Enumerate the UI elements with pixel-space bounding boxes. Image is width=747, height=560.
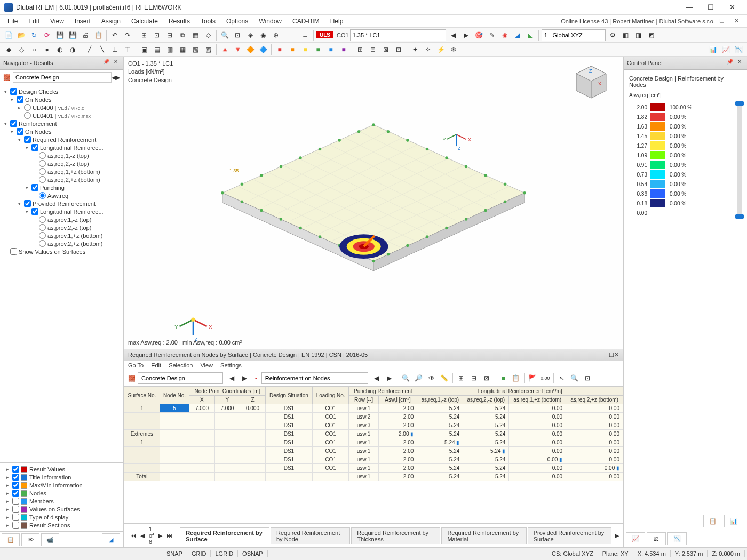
table-menu-selection[interactable]: Selection [169,362,193,369]
status-lgrid[interactable]: LGRID [211,550,238,557]
open-file-icon[interactable]: 📂 [15,29,27,41]
tool-icon[interactable]: ❄ [448,44,459,55]
tool-icon[interactable]: ● [41,44,53,55]
tool-icon[interactable]: 🔻 [232,44,243,55]
tool-icon[interactable]: ◇ [15,44,27,55]
table-menu-go-to[interactable]: Go To [128,362,144,369]
close-button[interactable]: ✕ [721,0,743,15]
status-snap[interactable]: SNAP [162,550,187,557]
new-file-icon[interactable]: 📄 [3,29,14,41]
menu-view[interactable]: View [45,16,69,27]
tree-item[interactable]: ▾On Nodes [1,127,122,135]
tool-icon[interactable]: ✦ [409,44,421,55]
tool-icon[interactable]: ⊟ [164,29,176,41]
tool-icon[interactable]: ◩ [646,29,657,41]
left-tab-1[interactable]: 📋 [2,533,20,546]
tool-icon[interactable]: ⊟ [367,44,379,55]
tree-item[interactable]: ▾Required Reinforcement [1,135,122,143]
display-option[interactable]: ▸Type of display [1,513,122,521]
cp-close-icon[interactable]: ✕ [735,59,744,67]
zoom-icon[interactable]: 🔍 [219,29,231,41]
tree-item[interactable]: Show Values on Surfaces [1,247,122,255]
menu-options[interactable]: Options [221,16,253,27]
bt-tool-icon[interactable]: 🔎 [413,372,425,384]
tool-icon[interactable]: ◣ [525,29,536,41]
bt-tool-icon[interactable]: ⊡ [582,372,593,384]
legend-slider[interactable] [737,102,742,218]
bt-tool-icon[interactable]: 📋 [510,372,522,384]
tool-icon[interactable]: ⊞ [354,44,366,55]
tree-item[interactable]: as,req,2,+z (bottom) [1,175,122,183]
display-option[interactable]: ▸Result Values [1,465,122,473]
results-table[interactable]: Surface No.Node No.Node Point Coordinate… [124,387,623,481]
display-options-tree[interactable]: ▸Result Values▸Title Information▸Max/Min… [0,462,123,531]
coord-system-dropdown[interactable] [542,29,606,41]
tool-icon[interactable]: ◐ [54,44,66,55]
tree-item[interactable]: ▾Design Checks [1,87,122,95]
cp-tab-3[interactable]: 📉 [667,532,687,545]
tool-icon[interactable]: ■ [338,44,349,55]
tool-icon[interactable]: ▦ [189,29,201,41]
bt-tool-icon[interactable]: ⊠ [481,372,492,384]
table-tab[interactable]: Required Reinforcement by Thickness [351,527,440,544]
tool-icon[interactable]: ▣ [138,44,150,55]
zoom-fit-icon[interactable]: ⊡ [232,29,243,41]
tool-icon[interactable]: ⫠ [299,29,311,41]
tool-icon[interactable]: ○ [28,44,40,55]
tool-icon[interactable]: ◑ [67,44,78,55]
tool-icon[interactable]: ✧ [422,44,434,55]
tool-icon[interactable]: ⊠ [380,44,392,55]
redo-icon[interactable]: ↷ [122,29,133,41]
tool-icon[interactable]: ▨ [202,44,214,55]
cp-tab-1[interactable]: 📈 [626,532,645,545]
tool-icon[interactable]: ╱ [83,44,95,55]
tree-item[interactable]: Asw,req [1,191,122,199]
tree-item[interactable]: as,req,1,-z (top) [1,151,122,159]
tool-icon[interactable]: 📉 [733,44,744,55]
left-tab-4[interactable]: ◢ [102,533,120,546]
page-first-icon[interactable]: ⏮ [130,532,136,539]
tool-icon[interactable]: 🔺 [219,44,231,55]
tool-icon[interactable]: ▤ [151,44,163,55]
tree-item[interactable]: as,req,1,+z (bottom) [1,167,122,175]
tool-icon[interactable]: ⊞ [138,29,150,41]
tree-item[interactable]: ▾Provided Reinforcement [1,199,122,207]
pin-icon[interactable]: 📌 [102,59,110,67]
table-design-dropdown[interactable] [138,372,223,384]
tool-icon[interactable]: ■ [325,44,337,55]
tool-icon[interactable]: ⚡ [435,44,447,55]
navigator-tree[interactable]: ▾Design Checks▾On Nodes▸UL0400 | VEd / V… [0,85,123,462]
tool-icon[interactable]: 🔶 [244,44,256,55]
tool-icon[interactable]: ⊥ [109,44,121,55]
tool-icon[interactable]: ■ [287,44,298,55]
table-menu-edit[interactable]: Edit [151,362,161,369]
bt-tool-icon[interactable]: ■ [497,372,509,384]
tool-icon[interactable]: ⫟ [287,29,298,41]
menu-tools[interactable]: Tools [195,16,221,27]
tool-icon[interactable]: ■ [274,44,285,55]
refresh-icon[interactable]: ↻ [28,29,40,41]
bt-prev2-icon[interactable]: ◀ [371,372,383,384]
viewport[interactable]: CO1 - 1.35 * LC1 Loads [kN/m²] Concrete … [124,57,623,547]
menu-results[interactable]: Results [163,16,195,27]
menu-help[interactable]: Help [325,16,349,27]
tool-icon[interactable]: ▥ [164,44,176,55]
minimize-button[interactable]: — [679,0,700,15]
tool-icon[interactable]: ▦ [177,44,188,55]
nav-prev-icon[interactable]: ◀ [112,74,116,81]
tree-item[interactable]: as,prov,1,+z (bottom) [1,231,122,239]
tree-item[interactable]: ▾On Nodes [1,95,122,103]
table-menu-settings[interactable]: Settings [220,362,242,369]
menu-window[interactable]: Window [253,16,287,27]
next-combo-icon[interactable]: ▶ [460,29,472,41]
bt-tool-icon[interactable]: 0.00 [539,372,551,384]
page-last-icon[interactable]: ⏭ [166,532,172,539]
bt-tool-icon[interactable]: ⊞ [455,372,467,384]
table-type-dropdown[interactable] [261,372,368,384]
menu-assign[interactable]: Assign [96,16,126,27]
tabs-next-icon[interactable]: ▶ [615,532,619,539]
bt-tool-icon[interactable]: ↖ [556,372,568,384]
tool-icon[interactable]: ⧉ [177,29,188,41]
cp-btn-1[interactable]: 📋 [703,515,722,527]
view-cube[interactable]: -X Z [570,62,613,105]
